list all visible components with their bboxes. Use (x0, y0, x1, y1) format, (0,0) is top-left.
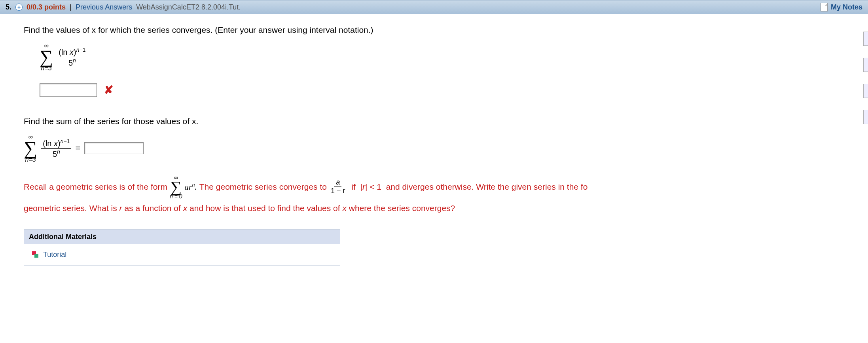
question-header: 5. + 0/0.3 points | Previous Answers Web… (0, 0, 868, 14)
expand-icon[interactable]: + (15, 4, 23, 11)
side-stub-2[interactable] (863, 58, 868, 72)
previous-answers-link[interactable]: Previous Answers (76, 3, 132, 11)
hint-term: arn. (185, 178, 197, 196)
fraction-numerator: (ln x)n−1 (57, 47, 87, 57)
fraction-numerator-2: (ln x)n−1 (41, 138, 71, 149)
note-icon (821, 3, 828, 11)
sigma-lower-2: n=3 (25, 156, 36, 163)
materials-body: Tutorial (24, 244, 340, 265)
sigma-icon-2: ∑ (24, 140, 37, 156)
side-toolbar (863, 32, 868, 124)
interval-answer-input[interactable] (40, 83, 97, 97)
fraction-denominator-2: 5n (51, 149, 62, 159)
series-fraction: (ln x)n−1 5n (57, 47, 87, 67)
prompt-text-2: Find the sum of the series for those val… (24, 117, 844, 126)
sigma-icon: ∑ (40, 49, 53, 65)
hint-fraction: a 1 − r (329, 178, 347, 195)
prompt-1: Find the values of x for which the serie… (24, 25, 373, 34)
hint-part-1: Recall a geometric series is of the form (24, 178, 167, 196)
answer-row-1: ✘ (40, 83, 844, 97)
hint-text: Recall a geometric series is of the form… (24, 175, 844, 217)
equals-sign: = (75, 143, 80, 153)
hint-frac-den: 1 − r (329, 187, 347, 195)
tutorial-icon (32, 251, 40, 258)
prompt-text-1: Find the values of x for which the serie… (24, 25, 844, 35)
hint-line-2: geometric series. What is r as a functio… (24, 199, 844, 217)
hint-sigma: ∞ ∑ n = 0 (170, 175, 182, 199)
additional-materials: Additional Materials Tutorial (24, 229, 340, 266)
hint-frac-num: a (334, 178, 341, 187)
materials-header: Additional Materials (24, 230, 340, 244)
header-left: 5. + 0/0.3 points | Previous Answers Web… (6, 3, 241, 11)
my-notes-link[interactable]: My Notes (831, 3, 862, 11)
side-stub-4[interactable] (863, 110, 868, 124)
separator: | (70, 3, 72, 11)
sum-answer-input[interactable] (84, 142, 144, 154)
points-label: 0/0.3 points (27, 3, 66, 11)
question-content: Find the values of x for which the serie… (0, 14, 868, 281)
series-expression-1: ∞ ∑ n=3 (ln x)n−1 5n (40, 43, 844, 72)
hint-part-2: The geometric series converges to (199, 178, 327, 196)
sigma-lower: n=3 (41, 65, 52, 72)
sigma-symbol: ∞ ∑ n=3 (40, 43, 53, 72)
assignment-code: WebAssignCalcET2 8.2.004i.Tut. (136, 3, 241, 11)
series-fraction-2: (ln x)n−1 5n (41, 138, 71, 158)
hint-sigma-icon: ∑ (170, 180, 182, 194)
side-stub-3[interactable] (863, 84, 868, 98)
tutorial-link[interactable]: Tutorial (43, 251, 66, 259)
series-expression-2: ∞ ∑ n=3 (ln x)n−1 5n = (24, 134, 844, 163)
hint-line-1: Recall a geometric series is of the form… (24, 175, 844, 199)
hint-part-3: if |r| < 1 and diverges otherwise. Write… (349, 178, 588, 196)
side-stub-1[interactable] (863, 32, 868, 46)
header-right: My Notes (821, 3, 862, 11)
hint-sigma-lower: n = 0 (170, 194, 182, 199)
sigma-symbol-2: ∞ ∑ n=3 (24, 134, 37, 163)
question-number: 5. (6, 3, 11, 11)
fraction-denominator: 5n (67, 57, 78, 68)
wrong-icon: ✘ (104, 83, 113, 96)
